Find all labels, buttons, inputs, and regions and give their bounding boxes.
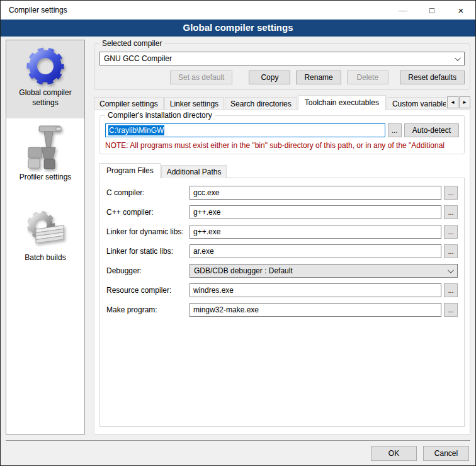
- rename-button[interactable]: Rename: [296, 71, 341, 84]
- debugger-label: Debugger:: [106, 266, 190, 275]
- installation-directory-label: Compiler's installation directory: [105, 111, 215, 120]
- resource-compiler-row: Resource compiler: ...: [106, 283, 458, 297]
- install-dir-selected-text: C:\raylib\MinGW: [108, 125, 164, 135]
- static-linker-row: Linker for static libs: ...: [106, 244, 458, 258]
- set-as-default-button[interactable]: Set as default: [170, 71, 232, 84]
- tab-strip: Compiler settings Linker settings Search…: [94, 95, 470, 110]
- tab-toolchain-executables[interactable]: Toolchain executables: [298, 95, 386, 110]
- sidebar-item-label: Batch builds: [8, 253, 83, 263]
- maximize-button[interactable]: □: [417, 1, 446, 20]
- minimize-icon: —: [399, 5, 407, 15]
- window-title: Compiler settings: [1, 6, 67, 14]
- sidebar-item-profiler-settings[interactable]: Profiler settings: [6, 120, 84, 188]
- auto-detect-button[interactable]: Auto-detect: [404, 123, 459, 137]
- resize-grip-icon[interactable]: [472, 462, 473, 463]
- tab-custom-variables[interactable]: Custom variables: [387, 97, 446, 110]
- debugger-row: Debugger: GDB/CDB debugger : Default: [106, 264, 458, 278]
- window-controls: — □ ×: [388, 1, 475, 20]
- bin-directory-note: NOTE: All programs must exist either in …: [105, 141, 459, 150]
- chevron-down-icon: [448, 267, 454, 273]
- static-linker-label: Linker for static libs:: [106, 247, 190, 256]
- tab-search-directories[interactable]: Search directories: [225, 97, 297, 110]
- main-panel: Selected compiler GNU GCC Compiler Set a…: [94, 40, 470, 435]
- close-icon: ×: [458, 5, 464, 16]
- compiler-settings-dialog: Compiler settings — □ × Global compiler …: [0, 0, 476, 466]
- copy-button[interactable]: Copy: [249, 71, 290, 84]
- cancel-button[interactable]: Cancel: [423, 446, 469, 461]
- c-compiler-label: C compiler:: [106, 188, 190, 197]
- dynamic-linker-label: Linker for dynamic libs:: [106, 227, 190, 236]
- minimize-button[interactable]: —: [388, 1, 417, 20]
- tab-compiler-settings[interactable]: Compiler settings: [94, 97, 164, 110]
- selected-compiler-group: Selected compiler GNU GCC Compiler Set a…: [94, 43, 470, 90]
- sub-tab-strip: Program Files Additional Paths: [99, 163, 465, 178]
- debugger-select[interactable]: GDB/CDB debugger : Default: [190, 264, 458, 278]
- dynamic-linker-browse-button[interactable]: ...: [444, 225, 458, 239]
- resource-compiler-label: Resource compiler:: [106, 286, 190, 295]
- toolchain-executables-page: Compiler's installation directory C:\ray…: [94, 110, 470, 435]
- compiler-select[interactable]: GNU GCC Compiler: [99, 52, 465, 65]
- cpp-compiler-browse-button[interactable]: ...: [444, 205, 458, 219]
- close-button[interactable]: ×: [446, 1, 475, 20]
- tabs-scroll-area: Compiler settings Linker settings Search…: [94, 95, 446, 110]
- page-title: Global compiler settings: [1, 20, 475, 37]
- chevron-down-icon: [455, 55, 461, 61]
- ok-button[interactable]: OK: [371, 446, 417, 461]
- install-dir-input[interactable]: C:\raylib\MinGW: [105, 123, 385, 137]
- blue-gear-icon: [8, 47, 83, 86]
- program-files-page: C compiler: ... C++ compiler: ... Linker…: [99, 178, 465, 427]
- dynamic-linker-row: Linker for dynamic libs: ...: [106, 225, 458, 239]
- installation-directory-row: C:\raylib\MinGW ... Auto-detect: [105, 123, 459, 137]
- footer-divider: [6, 440, 470, 441]
- c-compiler-input[interactable]: [190, 186, 441, 200]
- install-dir-browse-button[interactable]: ...: [388, 123, 402, 137]
- static-linker-browse-button[interactable]: ...: [444, 244, 458, 258]
- arrow-left-icon: ◄: [450, 99, 455, 105]
- arrow-right-icon: ►: [462, 99, 467, 105]
- programs-subnotebook: Program Files Additional Paths C compile…: [99, 163, 465, 427]
- tab-linker-settings[interactable]: Linker settings: [164, 97, 224, 110]
- profiler-caliper-icon: [8, 125, 83, 170]
- sidebar-item-label: Profiler settings: [8, 173, 83, 183]
- footer-buttons: OK Cancel: [371, 446, 469, 461]
- sidebar-item-global-compiler-settings[interactable]: Global compiler settings: [6, 40, 84, 118]
- make-program-label: Make program:: [106, 305, 190, 314]
- compiler-buttons-row: Set as default Copy Rename Delete Reset …: [99, 71, 465, 84]
- c-compiler-browse-button[interactable]: ...: [444, 186, 458, 200]
- cpp-compiler-label: C++ compiler:: [106, 208, 190, 217]
- tab-scroll-right-button[interactable]: ►: [459, 96, 470, 108]
- subtab-additional-paths[interactable]: Additional Paths: [161, 165, 227, 178]
- c-compiler-row: C compiler: ...: [106, 186, 458, 200]
- tab-scroll-buttons: ◄ ►: [447, 96, 470, 108]
- maximize-icon: □: [429, 6, 434, 15]
- settings-notebook: Compiler settings Linker settings Search…: [94, 95, 470, 435]
- settings-sidebar: Global compiler settings Profiler settin…: [6, 40, 85, 435]
- subtab-program-files[interactable]: Program Files: [99, 163, 161, 178]
- resource-compiler-browse-button[interactable]: ...: [444, 283, 458, 297]
- sidebar-item-batch-builds[interactable]: Batch builds: [6, 204, 84, 268]
- cpp-compiler-input[interactable]: [190, 205, 441, 219]
- make-program-input[interactable]: [190, 303, 441, 317]
- reset-defaults-button[interactable]: Reset defaults: [400, 71, 465, 84]
- selected-compiler-label: Selected compiler: [99, 39, 164, 48]
- make-program-browse-button[interactable]: ...: [444, 303, 458, 317]
- delete-button[interactable]: Delete: [347, 71, 388, 84]
- cpp-compiler-row: C++ compiler: ...: [106, 205, 458, 219]
- tab-scroll-left-button[interactable]: ◄: [447, 96, 458, 108]
- titlebar: Compiler settings — □ ×: [1, 1, 475, 20]
- static-linker-input[interactable]: [190, 244, 441, 258]
- compiler-select-value: GNU GCC Compiler: [104, 54, 172, 63]
- make-program-row: Make program: ...: [106, 303, 458, 317]
- resource-compiler-input[interactable]: [190, 283, 441, 297]
- sidebar-item-label: Global compiler settings: [8, 88, 83, 108]
- installation-directory-group: Compiler's installation directory C:\ray…: [99, 115, 465, 154]
- debugger-select-value: GDB/CDB debugger : Default: [194, 266, 293, 275]
- gray-gear-stack-icon: [8, 209, 83, 251]
- dynamic-linker-input[interactable]: [190, 225, 441, 239]
